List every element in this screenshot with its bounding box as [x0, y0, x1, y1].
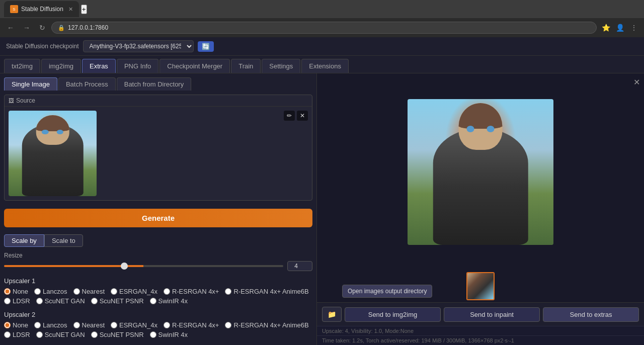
- upscaler1-scunet-psnr-label: ScuNET PSNR: [100, 297, 144, 305]
- image-upload-area[interactable]: ✏ ✕: [5, 107, 312, 200]
- left-panel: Single Image Batch Process Batch from Di…: [0, 73, 317, 345]
- upscaler1-ldsr-label: LDSR: [13, 297, 30, 305]
- upscaler2-resrgan4x-anime[interactable]: R-ESRGAN 4x+ Anime6B: [225, 321, 308, 329]
- tab-train[interactable]: Train: [231, 59, 261, 73]
- browser-chrome: S Stable Diffusion ✕ + ← → ↻ 🔒 127.0.0.1…: [0, 0, 644, 37]
- upscaler2-esrgan4x-label: ESRGAN_4x: [119, 321, 157, 329]
- upscaler2-scunet-psnr-label: ScuNET PSNR: [100, 331, 144, 338]
- output-anime-image: [408, 99, 553, 245]
- upscaler2-lanczos[interactable]: Lanczos: [34, 321, 67, 329]
- upscaler2-esrgan4x[interactable]: ESRGAN_4x: [111, 321, 157, 329]
- upscaler2-ldsr[interactable]: LDSR: [4, 331, 30, 338]
- refresh-button[interactable]: ↻: [36, 23, 48, 33]
- upscaler1-resrgan4x-anime-label: R-ESRGAN 4x+ Anime6B: [233, 288, 308, 295]
- profile-icon[interactable]: 👤: [614, 22, 626, 34]
- app-header: Stable Diffusion checkpoint Anything-V3-…: [0, 37, 644, 56]
- generate-button[interactable]: Generate: [4, 209, 312, 227]
- send-to-inpaint-button[interactable]: Send to inpaint: [444, 307, 540, 322]
- remove-image-button[interactable]: ✕: [297, 111, 308, 121]
- upscaler1-resrgan4x[interactable]: R-ESRGAN 4x+: [164, 288, 219, 295]
- upscaler1-resrgan4x-anime[interactable]: R-ESRGAN 4x+ Anime6B: [225, 288, 308, 295]
- output-hair: [459, 103, 503, 129]
- checkpoint-select[interactable]: Anything-V3-fp32.safetensors [625a2ba2]: [83, 40, 194, 52]
- active-tab[interactable]: S Stable Diffusion ✕: [4, 1, 79, 17]
- checkpoint-label: Stable Diffusion checkpoint: [6, 43, 79, 50]
- favicon-icon: S: [10, 5, 18, 13]
- address-text: 127.0.0.1:7860: [68, 24, 108, 31]
- upscaler1-esrgan4x[interactable]: ESRGAN_4x: [111, 288, 157, 295]
- upscaler1-nearest-label: Nearest: [82, 288, 105, 295]
- tab-txt2img[interactable]: txt2img: [4, 59, 40, 73]
- tab-extras[interactable]: Extras: [82, 59, 116, 73]
- resize-slider[interactable]: [4, 265, 283, 267]
- tab-pnginfo[interactable]: PNG Info: [117, 59, 158, 73]
- resize-value-input[interactable]: [287, 261, 312, 271]
- tab-title: Stable Diffusion: [21, 6, 63, 13]
- send-to-img2img-button[interactable]: Send to img2img: [345, 307, 441, 322]
- upscaler2-resrgan4x-label: R-ESRGAN 4x+: [172, 321, 219, 329]
- upscaler1-swinir4x[interactable]: SwinIR 4x: [150, 297, 188, 305]
- upscaler2-nearest[interactable]: Nearest: [73, 321, 105, 329]
- sub-tab-single-image[interactable]: Single Image: [4, 77, 57, 91]
- menu-icon[interactable]: ⋮: [628, 22, 640, 34]
- output-image-area: [317, 73, 644, 270]
- upscaler2-options-row2: LDSR ScuNET GAN ScuNET PSNR SwinIR 4x: [4, 331, 312, 338]
- upscaler2-scunet-psnr[interactable]: ScuNET PSNR: [91, 331, 144, 338]
- output-head: [459, 103, 503, 150]
- upscaler1-swinir4x-label: SwinIR 4x: [158, 297, 188, 305]
- sub-tabs: Single Image Batch Process Batch from Di…: [0, 73, 316, 91]
- upscaler1-resrgan4x-label: R-ESRGAN 4x+: [172, 288, 219, 295]
- tab-img2img[interactable]: img2img: [41, 59, 81, 73]
- thumbnail-image-1: [467, 273, 494, 299]
- upscaler1-section: Upscaler 1 None Lanczos Nearest: [0, 275, 316, 309]
- refresh-checkpoint-button[interactable]: 🔄: [198, 41, 214, 52]
- upscaler2-scunet-gan[interactable]: ScuNET GAN: [36, 331, 85, 338]
- image-icon: 🖼: [9, 98, 14, 104]
- upscaler1-nearest[interactable]: Nearest: [73, 288, 105, 295]
- upscaler2-none-label: None: [13, 321, 28, 329]
- upscaler2-resrgan4x[interactable]: R-ESRGAN 4x+: [164, 321, 219, 329]
- close-tab-icon[interactable]: ✕: [68, 6, 73, 13]
- upscaler1-scunet-gan[interactable]: ScuNET GAN: [36, 297, 85, 305]
- new-tab-button[interactable]: +: [81, 5, 87, 14]
- upscaler1-none[interactable]: None: [4, 288, 28, 295]
- close-panel-button[interactable]: ✕: [633, 77, 640, 87]
- scale-to-tab[interactable]: Scale to: [44, 234, 83, 247]
- upscaler1-none-label: None: [13, 288, 28, 295]
- source-label-text: Source: [16, 97, 35, 104]
- upscaler1-ldsr[interactable]: LDSR: [4, 297, 30, 305]
- output-eye-left: [466, 126, 474, 132]
- upscaler2-resrgan4x-anime-label: R-ESRGAN 4x+ Anime6B: [233, 321, 308, 329]
- upscaler2-section: Upscaler 2 None Lanczos Nearest: [0, 309, 316, 342]
- output-image: [408, 99, 553, 245]
- upscaler1-scunet-psnr[interactable]: ScuNET PSNR: [91, 297, 144, 305]
- upscaler2-swinir4x[interactable]: SwinIR 4x: [150, 331, 188, 338]
- open-folder-button[interactable]: 📁: [322, 307, 342, 322]
- upscaler1-lanczos[interactable]: Lanczos: [34, 288, 67, 295]
- content-area: Single Image Batch Process Batch from Di…: [0, 73, 644, 345]
- eye-left-decoration: [42, 130, 48, 134]
- upscaler1-scunet-gan-label: ScuNET GAN: [45, 297, 85, 305]
- bottom-bar: 📁 Open images output directory Send to i…: [317, 302, 644, 326]
- sub-tab-batch-directory[interactable]: Batch from Directory: [117, 77, 191, 91]
- forward-button[interactable]: →: [20, 23, 33, 33]
- tab-checkpoint-merger[interactable]: Checkpoint Merger: [159, 59, 230, 73]
- sub-tab-batch-process[interactable]: Batch Process: [58, 77, 116, 91]
- thumbnail-1[interactable]: [466, 272, 495, 300]
- tab-extensions[interactable]: Extensions: [301, 59, 349, 73]
- time-taken-bar: Time taken: 1.2s, Torch active/reserved:…: [317, 335, 644, 345]
- nav-icons: ⭐ 👤 ⋮: [600, 22, 640, 34]
- scale-by-tab[interactable]: Scale by: [4, 234, 44, 247]
- bookmark-icon[interactable]: ⭐: [600, 22, 612, 34]
- back-button[interactable]: ←: [4, 23, 17, 33]
- resize-slider-row: [4, 261, 312, 271]
- upscaler2-none[interactable]: None: [4, 321, 28, 329]
- address-bar[interactable]: 🔒 127.0.0.1:7860: [51, 22, 597, 34]
- status-text: Upscale: 4, Visibility: 1.0, Mode:None: [322, 328, 414, 334]
- upscaler1-options-row2: LDSR ScuNET GAN ScuNET PSNR SwinIR 4x: [4, 297, 312, 305]
- send-to-extras-button[interactable]: Send to extras: [543, 307, 639, 322]
- main-tabs: txt2img img2img Extras PNG Info Checkpoi…: [0, 56, 644, 73]
- tab-settings[interactable]: Settings: [262, 59, 300, 73]
- edit-image-button[interactable]: ✏: [284, 111, 295, 121]
- upscaler2-label: Upscaler 2: [4, 311, 312, 318]
